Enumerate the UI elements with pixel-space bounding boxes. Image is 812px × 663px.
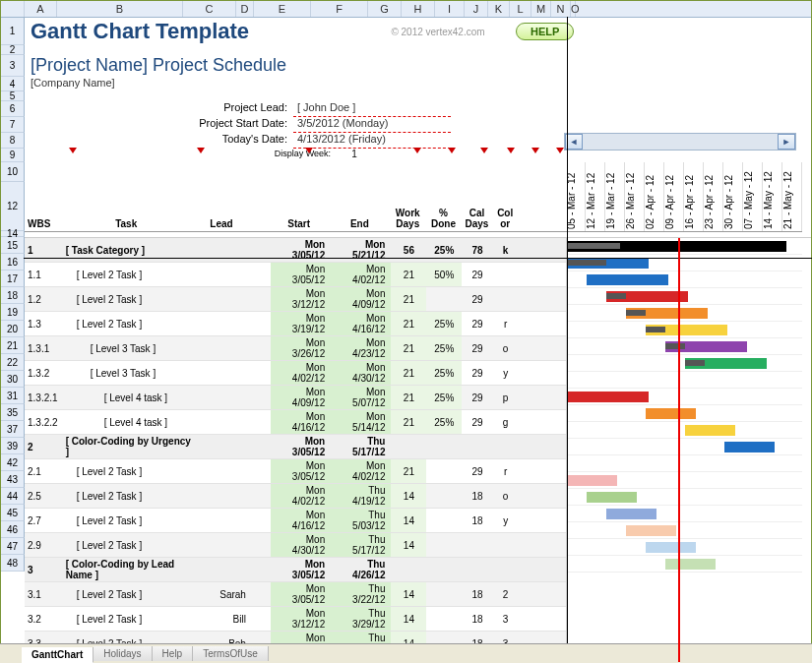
row-37[interactable]: 37 [1,421,25,438]
row-18[interactable]: 18 [1,287,25,304]
row-21[interactable]: 21 [1,337,25,354]
row-45[interactable]: 45 [1,505,25,521]
task-row[interactable]: 2.7[ Level 2 Task ]Mon 4/16/12Thu 5/03/1… [25,509,566,533]
task-row[interactable]: 2.5[ Level 2 Task ]Mon 4/02/12Thu 4/19/1… [25,484,566,509]
scroll-right-button[interactable]: ► [778,134,795,150]
gantt-row [567,322,802,338]
row-6[interactable]: 6 [1,101,25,117]
task-row[interactable]: 1.3.2.1[ Level 4 task ]Mon 4/09/12Mon 5/… [25,386,566,410]
task-row[interactable]: 2.1[ Level 2 Task ]Mon 3/05/12Mon 4/02/1… [25,459,566,484]
task-row[interactable]: 1.3.2.2[ Level 4 task ]Mon 4/16/12Mon 5/… [25,410,566,435]
row-30[interactable]: 30 [1,371,25,388]
week-header-6: 16 - Apr - 12 [684,162,704,231]
col-J[interactable]: J [465,1,488,17]
task-cell: [ Level 2 Task ] [63,509,196,533]
task-row[interactable]: 1.3.2[ Level 3 Task ]Mon 4/02/12Mon 4/30… [25,361,566,386]
today-line [678,238,680,663]
col-K[interactable]: K [488,1,510,17]
color-cell: y [493,509,518,533]
row-44[interactable]: 44 [1,488,25,505]
row-46[interactable]: 46 [1,521,25,538]
lead-cell: Sarah [196,582,252,607]
lead-cell [196,509,252,533]
task-row[interactable]: 2[ Color-Coding by Urgency ]Mon 3/05/12T… [25,435,566,459]
col-D[interactable]: D [236,1,254,17]
row-2[interactable]: 2 [1,45,25,55]
row-35[interactable]: 35 [1,404,25,421]
row-8[interactable]: 8 [1,133,25,149]
gantt-row [567,506,802,522]
task-row[interactable]: 3.2[ Level 2 Task ]BillMon 3/12/12Thu 3/… [25,607,566,632]
row-20[interactable]: 20 [1,321,25,337]
col-A[interactable]: A [25,1,57,17]
task-row[interactable]: 1.3[ Level 2 Task ]Mon 3/19/12Mon 4/16/1… [25,312,566,336]
row-15[interactable]: 15 [1,237,25,254]
start-cell: Mon 3/05/12 [271,582,331,607]
task-cell: [ Level 3 Task ] [63,361,196,386]
col-N[interactable]: N [551,1,571,17]
col-H[interactable]: H [402,1,435,17]
task-row[interactable]: 2.9[ Level 2 Task ]Mon 4/30/12Thu 5/17/1… [25,533,566,558]
start-cell: Mon 4/30/12 [271,533,331,558]
col-B[interactable]: B [57,1,183,17]
task-row[interactable]: 3.1[ Level 2 Task ]SarahMon 3/05/12Thu 3… [25,582,566,607]
color-cell [493,533,518,558]
help-button[interactable]: HELP [516,23,574,40]
row-22[interactable]: 22 [1,354,25,371]
row-5[interactable]: 5 [1,91,25,101]
start-date-value[interactable]: 3/5/2012 (Monday) [293,117,451,133]
task-row[interactable]: 1.2[ Level 2 Task ]Mon 3/12/12Mon 4/09/1… [25,287,566,312]
col-F[interactable]: F [311,1,368,17]
display-week-label: Display Week: [236,149,335,162]
sheet-tab-ganttchart[interactable]: GanttChart [22,647,94,663]
row-47[interactable]: 47 [1,538,25,555]
lead-cell [196,361,252,386]
sheet-tab-holidays[interactable]: Holidays [94,646,152,661]
display-week-value[interactable]: 1 [335,149,374,162]
row-43[interactable]: 43 [1,471,25,488]
end-cell: Thu 5/03/12 [331,509,391,533]
lead-value[interactable]: [ John Doe ] [293,101,451,117]
work-cell: 14 [391,509,426,533]
row-10[interactable]: 10 [1,162,25,182]
wbs-cell: 1.3.1 [25,336,63,361]
row-17[interactable]: 17 [1,271,25,287]
end-cell: Thu 3/22/12 [331,582,391,607]
pct-cell: 25% [426,361,462,386]
row-7[interactable]: 7 [1,117,25,133]
gantt-row [567,455,802,472]
cal-cell [462,435,493,459]
col-I[interactable]: I [435,1,465,17]
row-39[interactable]: 39 [1,438,25,454]
row-3[interactable]: 3 [1,55,25,77]
row-1[interactable]: 1 [1,18,25,45]
row-4[interactable]: 4 [1,77,25,91]
task-row[interactable]: 1.1[ Level 2 Task ]Mon 3/05/12Mon 4/02/1… [25,263,566,287]
col-M[interactable]: M [531,1,551,17]
row-19[interactable]: 19 [1,304,25,321]
gantt-bar [724,442,775,452]
header-cal-days: Cal Days [462,162,493,232]
row-31[interactable]: 31 [1,388,25,404]
sheet-tab-help[interactable]: Help [153,646,194,661]
sheet-tab-termsofuse[interactable]: TermsOfUse [193,646,269,661]
col-G[interactable]: G [368,1,402,17]
gantt-row [567,539,802,556]
col-C[interactable]: C [183,1,236,17]
col-L[interactable]: L [510,1,531,17]
task-row[interactable]: 1.3.1[ Level 3 Task ]Mon 3/26/12Mon 4/23… [25,336,566,361]
row-42[interactable]: 42 [1,454,25,471]
gantt-bar [665,343,685,349]
col-O[interactable]: O [571,1,576,17]
task-row[interactable]: 3[ Color-Coding by Lead Name ]Mon 3/05/1… [25,558,566,582]
today-value[interactable]: 4/13/2012 (Friday) [293,133,451,149]
row-9[interactable]: 9 [1,149,25,162]
week-header-3: 26 - Mar - 12 [625,162,645,231]
col-E[interactable]: E [254,1,311,17]
color-cell: y [493,361,518,386]
row-16[interactable]: 16 [1,254,25,271]
row-48[interactable]: 48 [1,555,25,572]
row-12[interactable]: 12 [1,182,25,231]
gantt-bar [646,408,696,419]
work-cell: 21 [391,287,426,312]
